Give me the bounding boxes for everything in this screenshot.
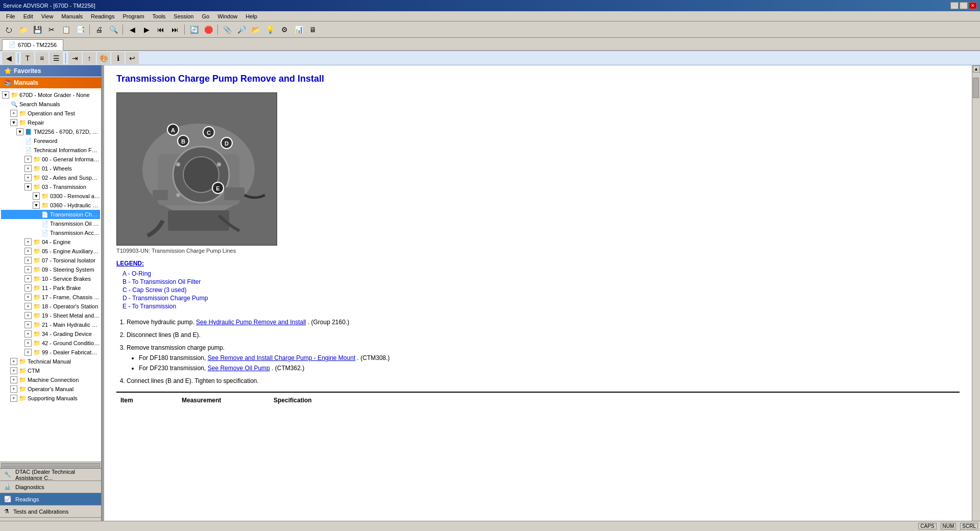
menu-program[interactable]: Program — [118, 12, 148, 20]
expander-07[interactable]: + — [24, 257, 32, 264]
tab-670d[interactable]: 📄 670D - TM2256 — [2, 39, 63, 51]
toolbar-light-btn[interactable]: 💡 — [263, 23, 277, 36]
expander-tm2256[interactable]: ▼ — [16, 128, 23, 135]
toolbar-last-btn[interactable]: ⏭ — [168, 23, 182, 36]
expander-10[interactable]: + — [24, 275, 32, 282]
menu-session[interactable]: Session — [169, 12, 198, 20]
tree-item-34[interactable]: + 📁 34 - Grading Device — [1, 329, 100, 339]
tree-item-10[interactable]: + 📁 10 - Service Brakes — [1, 274, 100, 283]
manuals-header[interactable]: 📚 Manuals — [0, 77, 101, 88]
tests-panel[interactable]: ⚗ Tests and Calibrations — [0, 505, 101, 518]
toolbar-btn-7[interactable]: 🖨 — [92, 23, 106, 36]
expander-repair[interactable]: ▼ — [10, 119, 17, 126]
content-scrollbar[interactable]: ▲ ▼ — [972, 65, 980, 530]
expander-root[interactable]: ▼ — [2, 91, 9, 99]
tree-item-techinfo[interactable]: 📄 Technical Information Fee... — [1, 146, 100, 155]
tree-item-99[interactable]: + 📁 99 - Dealer Fabricated Too... — [1, 348, 100, 357]
expander-techmanual[interactable]: + — [10, 358, 17, 365]
toolbar-settings-btn[interactable]: ⚙ — [278, 23, 291, 36]
expander-00[interactable]: + — [24, 156, 32, 163]
toolbar-stop-btn[interactable]: 🛑 — [202, 23, 215, 36]
scrollbar-up-btn[interactable]: ▲ — [973, 65, 980, 73]
expander-17[interactable]: + — [24, 294, 32, 301]
expander-19[interactable]: + — [24, 312, 32, 319]
toolbar-zoom-btn[interactable]: 🔎 — [235, 23, 248, 36]
doc-color-btn[interactable]: 🎨 — [97, 52, 110, 64]
toolbar-btn-3[interactable]: 💾 — [31, 23, 44, 36]
menu-tools[interactable]: Tools — [149, 12, 170, 20]
menu-readings[interactable]: Readings — [87, 12, 118, 20]
toolbar-chart-btn[interactable]: 📊 — [292, 23, 305, 36]
tree-item-01[interactable]: + 📁 01 - Wheels — [1, 164, 100, 173]
tree-item-search[interactable]: 🔍 Search Manuals — [1, 100, 100, 109]
expander-34[interactable]: + — [24, 330, 32, 337]
step-1-link[interactable]: See Hydraulic Pump Remove and Install — [196, 319, 306, 326]
tree-item-19[interactable]: + 📁 19 - Sheet Metal and Stylin... — [1, 311, 100, 320]
tree-item-00[interactable]: + 📁 00 - General Information — [1, 155, 100, 164]
tree-item-17[interactable]: + 📁 17 - Frame, Chassis or Supp... — [1, 293, 100, 302]
toolbar-btn-4[interactable]: ✂ — [45, 23, 58, 36]
menu-view[interactable]: View — [37, 12, 58, 20]
tree-item-trans-accum[interactable]: 📄 Transmission Accum... — [1, 228, 100, 237]
diagnostics-panel[interactable]: 🔬 Diagnostics — [0, 481, 101, 493]
toolbar-btn-6[interactable]: 📑 — [74, 23, 87, 36]
expander-21[interactable]: + — [24, 321, 32, 328]
toolbar-first-btn[interactable]: ⏮ — [154, 23, 167, 36]
doc-back-btn[interactable]: ◀ — [2, 52, 15, 64]
expander-03[interactable]: ▼ — [24, 183, 32, 190]
menu-edit[interactable]: Edit — [19, 12, 37, 20]
toolbar-monitor-btn[interactable]: 🖥 — [306, 23, 320, 36]
expander-02[interactable]: + — [24, 174, 32, 181]
tree-item-09[interactable]: + 📁 09 - Steering System — [1, 265, 100, 274]
expander-99[interactable]: + — [24, 349, 32, 356]
menu-go[interactable]: Go — [198, 12, 213, 20]
doc-align-btn[interactable]: ≡ — [35, 52, 48, 64]
close-button[interactable]: ✕ — [969, 2, 977, 9]
toolbar-btn-8[interactable]: 🔍 — [107, 23, 120, 36]
menu-window[interactable]: Window — [213, 12, 241, 20]
title-bar-buttons[interactable]: _ □ ✕ — [950, 2, 977, 9]
tree-item-18[interactable]: + 📁 18 - Operator's Station — [1, 302, 100, 311]
expander-42[interactable]: + — [24, 340, 32, 347]
tree-item-11[interactable]: + 📁 11 - Park Brake — [1, 283, 100, 293]
tree-item-04[interactable]: + 📁 04 - Engine — [1, 237, 100, 247]
tree-item-42[interactable]: + 📁 42 - Ground Conditioning T... — [1, 339, 100, 348]
step-3-sub-2-link[interactable]: See Remove Oil Pump — [208, 365, 270, 372]
expander-opmanual[interactable]: + — [10, 385, 17, 393]
tree-item-21[interactable]: + 📁 21 - Main Hydraulic Syster... — [1, 320, 100, 329]
favorites-header[interactable]: ⭐ Favorites — [0, 65, 101, 77]
menu-manuals[interactable]: Manuals — [57, 12, 87, 20]
tree-item-techmanual[interactable]: + 📁 Technical Manual — [1, 357, 100, 366]
tree-item-0300[interactable]: ▼ 📁 0300 - Removal and Ins... — [1, 191, 100, 201]
toolbar-link-btn[interactable]: 📎 — [220, 23, 234, 36]
scrollbar-thumb[interactable] — [973, 78, 979, 98]
doc-list-btn[interactable]: ☰ — [50, 52, 63, 64]
tree-item-ctm[interactable]: + 📁 CTM — [1, 366, 100, 375]
toolbar-btn-2[interactable]: 📁 — [16, 23, 30, 36]
menu-help[interactable]: Help — [241, 12, 261, 20]
tree-item-machconn[interactable]: + 📁 Machine Connection — [1, 375, 100, 384]
expander-05[interactable]: + — [24, 248, 32, 255]
sidebar-scrollbar-h[interactable] — [0, 462, 101, 468]
tree-item-05[interactable]: + 📁 05 - Engine Auxiliary Syste... — [1, 247, 100, 256]
tree-item-optest[interactable]: + 📁 Operation and Test — [1, 109, 100, 118]
expander-11[interactable]: + — [24, 284, 32, 292]
maximize-button[interactable]: □ — [960, 2, 968, 9]
expander-optest[interactable]: + — [10, 110, 17, 117]
toolbar-forward-btn[interactable]: ▶ — [140, 23, 153, 36]
expander-04[interactable]: + — [24, 238, 32, 246]
doc-outdent-btn[interactable]: ↑ — [83, 52, 96, 64]
toolbar-btn-1[interactable]: ⭮ — [2, 23, 15, 36]
expander-ctm[interactable]: + — [10, 367, 17, 374]
expander-09[interactable]: + — [24, 266, 32, 273]
toolbar-refresh-btn[interactable]: 🔄 — [187, 23, 201, 36]
expander-machconn[interactable]: + — [10, 376, 17, 383]
toolbar-back-btn[interactable]: ◀ — [126, 23, 139, 36]
tree-item-suppmanuals[interactable]: + 📁 Supporting Manuals — [1, 394, 100, 403]
tree-item-foreword[interactable]: 📄 Foreword — [1, 136, 100, 146]
tree-item-02[interactable]: + 📁 02 - Axles and Suspension S... — [1, 173, 100, 182]
expander-18[interactable]: + — [24, 303, 32, 310]
tree-item-03[interactable]: ▼ 📁 03 - Transmission — [1, 182, 100, 191]
expander-suppmanuals[interactable]: + — [10, 395, 17, 402]
doc-indent-btn[interactable]: ⇥ — [68, 52, 82, 64]
